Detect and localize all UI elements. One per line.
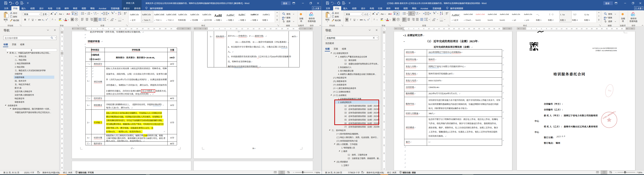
- svg-text:3: 3: [87, 14, 88, 15]
- svg-text:培训: 培训: [608, 89, 612, 92]
- svg-text:3: 3: [409, 14, 410, 15]
